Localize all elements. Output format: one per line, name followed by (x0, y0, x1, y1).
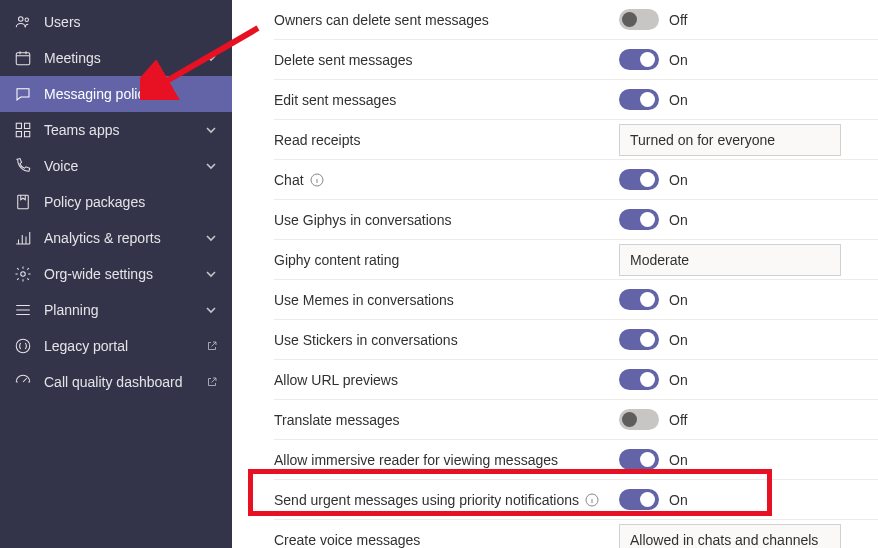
sidebar-item-label: Analytics & reports (44, 230, 204, 246)
external-link-icon (206, 340, 218, 352)
setting-label: Delete sent messages (274, 52, 413, 68)
setting-label: Read receipts (274, 132, 360, 148)
svg-rect-6 (25, 132, 30, 137)
sidebar-item-label: Users (44, 14, 218, 30)
setting-label: Allow URL previews (274, 372, 398, 388)
sidebar-item-label: Teams apps (44, 122, 204, 138)
sidebar-item-label: Voice (44, 158, 204, 174)
sidebar-item-call-quality-dashboard[interactable]: Call quality dashboard (0, 364, 232, 400)
sidebar-item-policy-packages[interactable]: Policy packages (0, 184, 232, 220)
sidebar-item-label: Planning (44, 302, 204, 318)
toggle-state: On (669, 372, 688, 388)
toggle-state: On (669, 292, 688, 308)
calendar-icon (14, 49, 32, 67)
setting-label: Chat (274, 172, 304, 188)
setting-row: Allow immersive reader for viewing messa… (274, 440, 878, 480)
svg-rect-5 (16, 132, 21, 137)
message-icon (14, 85, 32, 103)
sidebar-item-planning[interactable]: Planning (0, 292, 232, 328)
toggle-memes[interactable] (619, 289, 659, 310)
setting-row: Use Giphys in conversations On (274, 200, 878, 240)
apps-icon (14, 121, 32, 139)
select-read-receipts[interactable]: Turned on for everyone (619, 124, 841, 156)
toggle-translate[interactable] (619, 409, 659, 430)
info-icon[interactable] (310, 173, 324, 187)
setting-row: Delete sent messages On (274, 40, 878, 80)
toggle-delete-sent[interactable] (619, 49, 659, 70)
chevron-down-icon (204, 303, 218, 317)
setting-label: Use Stickers in conversations (274, 332, 458, 348)
setting-row: Use Stickers in conversations On (274, 320, 878, 360)
sidebar-item-org-wide-settings[interactable]: Org-wide settings (0, 256, 232, 292)
select-giphy-rating[interactable]: Moderate (619, 244, 841, 276)
svg-point-9 (16, 339, 30, 353)
chevron-down-icon (204, 51, 218, 65)
setting-row: Translate messages Off (274, 400, 878, 440)
setting-label: Edit sent messages (274, 92, 396, 108)
sidebar-item-voice[interactable]: Voice (0, 148, 232, 184)
sidebar-item-label: Call quality dashboard (44, 374, 198, 390)
chevron-down-icon (204, 267, 218, 281)
toggle-state: On (669, 212, 688, 228)
sidebar-item-analytics[interactable]: Analytics & reports (0, 220, 232, 256)
sidebar-item-users[interactable]: Users (0, 4, 232, 40)
setting-label: Giphy content rating (274, 252, 399, 268)
setting-row: Edit sent messages On (274, 80, 878, 120)
setting-label: Use Memes in conversations (274, 292, 454, 308)
toggle-state: On (669, 92, 688, 108)
setting-label: Create voice messages (274, 532, 420, 548)
setting-row: Use Memes in conversations On (274, 280, 878, 320)
gear-icon (14, 265, 32, 283)
sidebar: Users Meetings Messaging policies Teams … (0, 0, 232, 548)
toggle-state: Off (669, 412, 687, 428)
setting-label: Owners can delete sent messages (274, 12, 489, 28)
external-link-icon (206, 376, 218, 388)
sidebar-item-label: Messaging policies (44, 86, 218, 102)
package-icon (14, 193, 32, 211)
analytics-icon (14, 229, 32, 247)
toggle-state: On (669, 452, 688, 468)
setting-row: Chat On (274, 160, 878, 200)
setting-label: Use Giphys in conversations (274, 212, 451, 228)
chevron-down-icon (204, 123, 218, 137)
planning-icon (14, 301, 32, 319)
info-icon[interactable] (585, 493, 599, 507)
settings-panel: Owners can delete sent messages Off Dele… (232, 0, 878, 548)
legacy-icon (14, 337, 32, 355)
toggle-state: On (669, 52, 688, 68)
sidebar-item-teams-apps[interactable]: Teams apps (0, 112, 232, 148)
sidebar-item-label: Meetings (44, 50, 204, 66)
toggle-stickers[interactable] (619, 329, 659, 350)
toggle-owners-delete[interactable] (619, 9, 659, 30)
svg-point-0 (19, 17, 24, 22)
toggle-chat[interactable] (619, 169, 659, 190)
sidebar-item-label: Policy packages (44, 194, 218, 210)
svg-rect-3 (16, 123, 21, 128)
setting-row-urgent: Send urgent messages using priority noti… (274, 480, 878, 520)
toggle-url-previews[interactable] (619, 369, 659, 390)
sidebar-item-label: Legacy portal (44, 338, 198, 354)
sidebar-item-meetings[interactable]: Meetings (0, 40, 232, 76)
toggle-edit-sent[interactable] (619, 89, 659, 110)
svg-point-1 (25, 18, 28, 21)
setting-row: Allow URL previews On (274, 360, 878, 400)
toggle-state: On (669, 172, 688, 188)
phone-icon (14, 157, 32, 175)
setting-label: Allow immersive reader for viewing messa… (274, 452, 558, 468)
toggle-state: On (669, 332, 688, 348)
toggle-immersive-reader[interactable] (619, 449, 659, 470)
svg-rect-7 (18, 195, 29, 209)
select-voice-messages[interactable]: Allowed in chats and channels (619, 524, 841, 549)
svg-rect-2 (16, 53, 30, 65)
setting-row: Giphy content rating Moderate (274, 240, 878, 280)
dashboard-icon (14, 373, 32, 391)
chevron-down-icon (204, 159, 218, 173)
toggle-state: On (669, 492, 688, 508)
setting-row: Create voice messages Allowed in chats a… (274, 520, 878, 548)
svg-rect-4 (25, 123, 30, 128)
sidebar-item-messaging-policies[interactable]: Messaging policies (0, 76, 232, 112)
toggle-state: Off (669, 12, 687, 28)
toggle-urgent-messages[interactable] (619, 489, 659, 510)
sidebar-item-legacy-portal[interactable]: Legacy portal (0, 328, 232, 364)
toggle-giphys[interactable] (619, 209, 659, 230)
